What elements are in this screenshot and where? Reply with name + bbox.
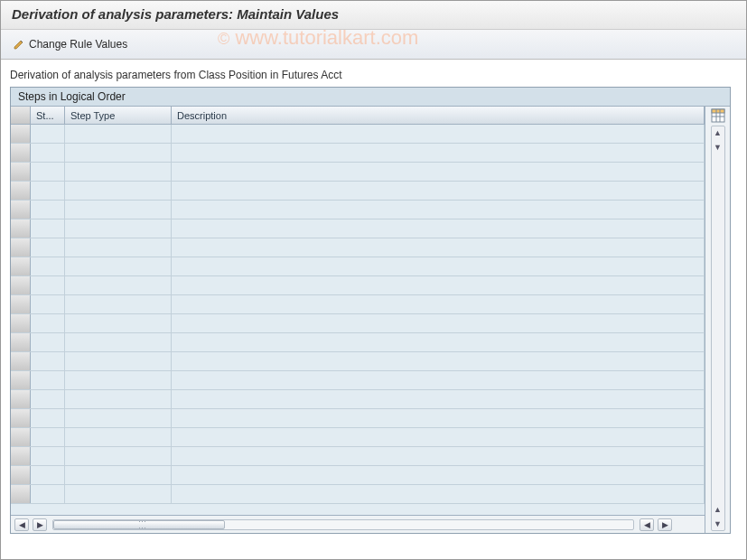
- cell-st[interactable]: [31, 182, 65, 200]
- cell-st[interactable]: [31, 144, 65, 162]
- row-selector[interactable]: [11, 428, 31, 446]
- cell-st[interactable]: [31, 314, 65, 332]
- table-row[interactable]: [11, 163, 705, 182]
- cell-step-type[interactable]: [65, 163, 172, 181]
- table-row[interactable]: [11, 238, 705, 257]
- cell-description[interactable]: [172, 201, 705, 219]
- cell-st[interactable]: [31, 163, 65, 181]
- cell-st[interactable]: [31, 352, 65, 370]
- hscroll-track[interactable]: [52, 519, 634, 530]
- cell-step-type[interactable]: [65, 409, 172, 427]
- cell-step-type[interactable]: [65, 352, 172, 370]
- table-row[interactable]: [11, 447, 705, 466]
- table-row[interactable]: [11, 466, 705, 485]
- cell-step-type[interactable]: [65, 466, 172, 484]
- cell-description[interactable]: [172, 466, 705, 484]
- cell-st[interactable]: [31, 428, 65, 446]
- table-row[interactable]: [11, 144, 705, 163]
- table-row[interactable]: [11, 428, 705, 447]
- row-selector[interactable]: [11, 466, 31, 484]
- cell-description[interactable]: [172, 447, 705, 465]
- row-selector[interactable]: [11, 333, 31, 351]
- row-selector[interactable]: [11, 371, 31, 389]
- cell-step-type[interactable]: [65, 390, 172, 408]
- cell-st[interactable]: [31, 333, 65, 351]
- vscroll-down-button[interactable]: ▼: [712, 141, 724, 154]
- table-row[interactable]: [11, 201, 705, 219]
- cell-st[interactable]: [31, 276, 65, 294]
- table-row[interactable]: [11, 125, 705, 144]
- row-selector[interactable]: [11, 163, 31, 181]
- cell-description[interactable]: [172, 314, 705, 332]
- column-header-st[interactable]: St...: [31, 107, 65, 124]
- row-selector[interactable]: [11, 201, 31, 219]
- cell-st[interactable]: [31, 125, 65, 143]
- row-selector[interactable]: [11, 390, 31, 408]
- row-selector[interactable]: [11, 219, 31, 238]
- cell-step-type[interactable]: [65, 219, 172, 238]
- cell-description[interactable]: [172, 428, 705, 446]
- cell-step-type[interactable]: [65, 201, 172, 219]
- vscroll-up-button[interactable]: ▲: [712, 126, 724, 139]
- cell-description[interactable]: [172, 333, 705, 351]
- table-row[interactable]: [11, 409, 705, 428]
- hscroll-right-step-button[interactable]: ▶: [33, 518, 47, 531]
- cell-st[interactable]: [31, 238, 65, 257]
- cell-description[interactable]: [172, 144, 705, 162]
- table-row[interactable]: [11, 219, 705, 238]
- row-selector[interactable]: [11, 257, 31, 275]
- cell-step-type[interactable]: [65, 295, 172, 313]
- cell-description[interactable]: [172, 238, 705, 257]
- cell-description[interactable]: [172, 219, 705, 238]
- cell-description[interactable]: [172, 295, 705, 313]
- row-selector[interactable]: [11, 485, 31, 503]
- cell-step-type[interactable]: [65, 125, 172, 143]
- table-row[interactable]: [11, 371, 705, 390]
- cell-st[interactable]: [31, 219, 65, 238]
- cell-st[interactable]: [31, 447, 65, 465]
- cell-st[interactable]: [31, 295, 65, 313]
- table-row[interactable]: [11, 314, 705, 333]
- vscroll-down2-button[interactable]: ▼: [712, 518, 724, 530]
- cell-description[interactable]: [172, 390, 705, 408]
- change-rule-values-button[interactable]: Change Rule Values: [8, 35, 135, 53]
- table-row[interactable]: [11, 276, 705, 295]
- row-selector[interactable]: [11, 182, 31, 200]
- hscroll-right-button[interactable]: ▶: [658, 518, 672, 531]
- cell-step-type[interactable]: [65, 276, 172, 294]
- cell-step-type[interactable]: [65, 182, 172, 200]
- cell-st[interactable]: [31, 390, 65, 408]
- vertical-scrollbar[interactable]: ▲ ▼ ▲ ▼: [711, 126, 725, 531]
- row-selector[interactable]: [11, 314, 31, 332]
- table-row[interactable]: [11, 485, 705, 504]
- table-row[interactable]: [11, 257, 705, 276]
- cell-step-type[interactable]: [65, 428, 172, 446]
- table-row[interactable]: [11, 295, 705, 314]
- row-selector[interactable]: [11, 447, 31, 465]
- table-settings-icon[interactable]: [710, 107, 726, 124]
- row-selector[interactable]: [11, 144, 31, 162]
- cell-st[interactable]: [31, 371, 65, 389]
- table-row[interactable]: [11, 333, 705, 352]
- hscroll-left-step2-button[interactable]: ◀: [640, 518, 654, 531]
- cell-step-type[interactable]: [65, 333, 172, 351]
- row-selector[interactable]: [11, 238, 31, 257]
- cell-description[interactable]: [172, 485, 705, 503]
- hscroll-thumb[interactable]: [53, 520, 225, 529]
- cell-st[interactable]: [31, 201, 65, 219]
- cell-description[interactable]: [172, 352, 705, 370]
- row-selector[interactable]: [11, 125, 31, 143]
- vscroll-up2-button[interactable]: ▲: [712, 503, 724, 516]
- column-header-step-type[interactable]: Step Type: [65, 107, 172, 124]
- row-selector[interactable]: [11, 409, 31, 427]
- row-selector[interactable]: [11, 276, 31, 294]
- cell-st[interactable]: [31, 409, 65, 427]
- cell-step-type[interactable]: [65, 314, 172, 332]
- select-all-corner[interactable]: [11, 107, 31, 124]
- cell-description[interactable]: [172, 257, 705, 275]
- cell-description[interactable]: [172, 163, 705, 181]
- hscroll-left-button[interactable]: ◀: [14, 518, 29, 531]
- row-selector[interactable]: [11, 352, 31, 370]
- cell-st[interactable]: [31, 485, 65, 503]
- cell-step-type[interactable]: [65, 257, 172, 275]
